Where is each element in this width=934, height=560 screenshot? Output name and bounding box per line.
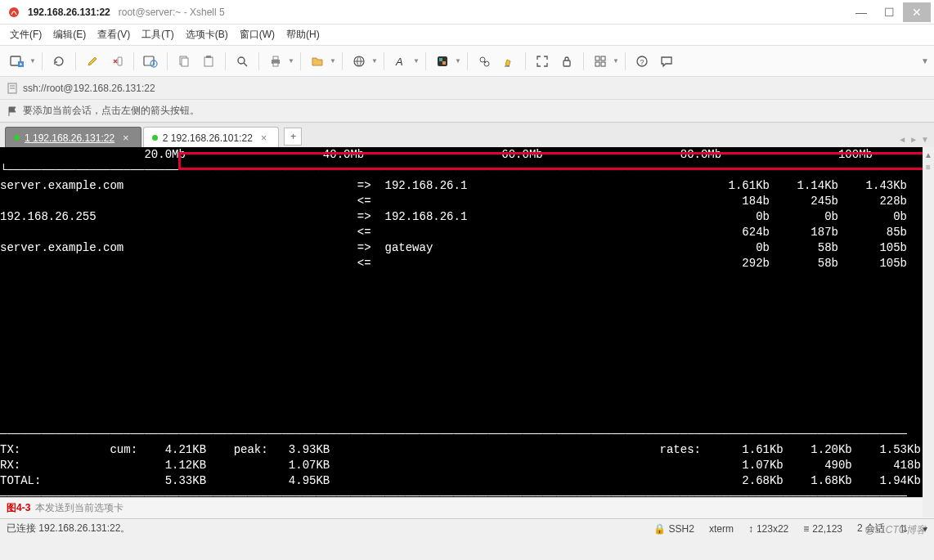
tab-navigation: ◄ ► ▼ [898, 135, 929, 144]
svg-rect-3 [118, 57, 122, 65]
window-controls: — ☐ ✕ [847, 2, 931, 22]
figure-label: 图4-3 [7, 501, 30, 515]
tab-close-icon[interactable]: × [261, 132, 267, 144]
toolbar-separator [342, 52, 343, 70]
toolbar: ▼ ▼ ▼ ▼ A ▼ ▼ ▼ ? ▼ [0, 46, 934, 77]
svg-rect-25 [595, 62, 599, 66]
properties-icon[interactable] [140, 51, 161, 72]
session-tab-1[interactable]: 1 192.168.26.131:22 × [5, 127, 141, 148]
send-placeholder[interactable]: 本发送到当前选项卡 [35, 501, 123, 515]
print-icon[interactable] [265, 51, 286, 72]
session-tab-label: 2 192.168.26.101:22 [163, 132, 253, 144]
watermark: @51CTO博客 [864, 523, 926, 537]
menu-edit[interactable]: 编辑(E) [53, 28, 86, 42]
menu-help[interactable]: 帮助(H) [286, 28, 320, 42]
dropdown-icon[interactable]: ▼ [455, 57, 461, 65]
globe-icon[interactable] [348, 51, 370, 72]
toolbar-separator [42, 52, 43, 70]
menu-window[interactable]: 窗口(W) [240, 28, 275, 42]
svg-rect-18 [439, 58, 442, 61]
address-bar: ssh://root@192.168.26.131:22 [0, 77, 934, 100]
svg-rect-26 [601, 62, 605, 66]
menu-bar: 文件(F) 编辑(E) 查看(V) 工具(T) 选项卡(B) 窗口(W) 帮助(… [0, 25, 934, 46]
menu-tabs[interactable]: 选项卡(B) [186, 28, 228, 42]
edit-icon[interactable] [82, 51, 103, 72]
status-size: ↕123x22 [748, 523, 788, 535]
dropdown-icon[interactable]: ▼ [371, 57, 378, 65]
disconnect-icon[interactable] [106, 51, 128, 72]
flag-icon [7, 105, 18, 117]
resize-icon: ↕ [748, 523, 753, 535]
copy-icon[interactable] [173, 51, 195, 72]
address-text[interactable]: ssh://root@192.168.26.131:22 [23, 83, 155, 94]
hint-text: 要添加当前会话，点击左侧的箭头按钮。 [23, 104, 200, 118]
session-tab-label: 1 192.168.26.131:22 [25, 132, 115, 144]
tab-next-icon[interactable]: ► [909, 135, 918, 144]
tab-close-icon[interactable]: × [123, 132, 129, 144]
status-bytes: ≡22,123 [803, 523, 842, 535]
lock-small-icon: 🔒 [653, 523, 666, 535]
svg-rect-10 [206, 56, 211, 58]
menu-view[interactable]: 查看(V) [97, 28, 130, 42]
dropdown-icon[interactable]: ▼ [413, 57, 420, 65]
svg-rect-23 [595, 56, 599, 60]
color-scheme-icon[interactable] [432, 51, 453, 72]
toolbar-separator [258, 52, 259, 70]
session-tabstrip: 1 192.168.26.131:22 × 2 192.168.26.101:2… [0, 123, 934, 147]
svg-rect-24 [601, 56, 605, 60]
maximize-button[interactable]: ☐ [875, 2, 903, 22]
panel-menu-icon[interactable]: ≡ [926, 163, 931, 172]
svg-point-11 [238, 57, 245, 64]
svg-rect-13 [273, 56, 278, 60]
terminal[interactable]: 20.0Mb 40.0Mb 60.0Mb 80.0Mb 100Mb └─────… [0, 147, 934, 497]
status-dot-icon [14, 135, 20, 141]
lock-icon[interactable] [556, 51, 577, 72]
collapse-toolbar-icon[interactable]: ▼ [921, 56, 929, 65]
menu-tools[interactable]: 工具(T) [141, 28, 173, 42]
folder-icon[interactable] [307, 51, 328, 72]
window-titlebar: 192.168.26.131:22 root@server:~ - Xshell… [0, 0, 934, 25]
tab-prev-icon[interactable]: ◄ [898, 135, 906, 144]
svg-rect-22 [564, 60, 570, 66]
svg-point-0 [9, 7, 19, 17]
svg-text:?: ? [640, 58, 644, 66]
session-tab-2[interactable]: 2 192.168.26.101:22 × [143, 127, 280, 148]
close-button[interactable]: ✕ [903, 2, 931, 22]
fullscreen-icon[interactable] [532, 51, 553, 72]
dropdown-icon[interactable]: ▼ [330, 57, 336, 65]
layout-icon[interactable] [590, 51, 611, 72]
menu-small-icon: ≡ [803, 523, 809, 535]
dropdown-icon[interactable]: ▼ [613, 57, 619, 65]
help-icon[interactable]: ? [631, 51, 653, 72]
font-icon[interactable]: A [390, 51, 411, 72]
toolbar-separator [133, 52, 134, 70]
hint-bar: 要添加当前会话，点击左侧的箭头按钮。 [0, 100, 934, 123]
toolbar-separator [583, 52, 584, 70]
paste-icon[interactable] [198, 51, 219, 72]
search-icon[interactable] [231, 51, 253, 72]
tab-list-icon[interactable]: ▼ [921, 135, 929, 144]
toolbar-separator [525, 52, 526, 70]
dropdown-icon[interactable]: ▼ [29, 57, 36, 65]
window-title: 192.168.26.131:22 [28, 7, 110, 18]
svg-text:A: A [395, 56, 403, 68]
toolbar-separator [425, 52, 426, 70]
status-connected: 已连接 192.168.26.131:22。 [7, 522, 130, 535]
svg-point-6 [153, 62, 155, 65]
reconnect-icon[interactable] [48, 51, 70, 72]
status-dot-icon [152, 135, 158, 141]
new-session-icon[interactable] [7, 51, 28, 72]
status-bar: 已连接 192.168.26.131:22。 🔒SSH2 xterm ↕123x… [0, 518, 934, 538]
add-tab-button[interactable]: + [284, 128, 302, 146]
minimize-button[interactable]: — [847, 2, 875, 22]
toolbar-separator [384, 52, 384, 70]
highlight-icon[interactable] [498, 51, 519, 72]
dropdown-icon[interactable]: ▼ [288, 57, 294, 65]
chat-icon[interactable] [656, 51, 677, 72]
panel-up-icon[interactable]: ▲ [924, 150, 932, 159]
bookmark-icon[interactable] [7, 83, 18, 94]
send-bar: 图4-3 本发送到当前选项卡 [0, 497, 934, 518]
script-icon[interactable] [474, 51, 495, 72]
svg-rect-8 [182, 58, 188, 66]
menu-file[interactable]: 文件(F) [10, 28, 42, 42]
